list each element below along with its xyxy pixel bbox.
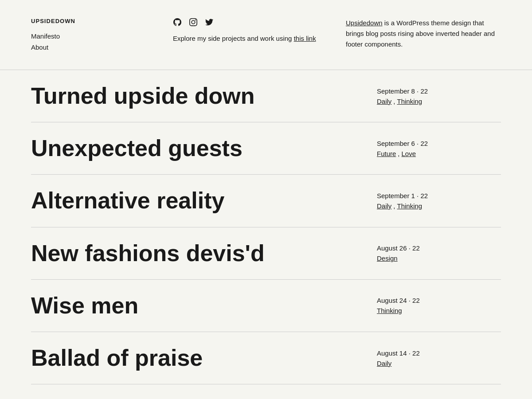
social-icons-row	[173, 18, 328, 27]
post-title[interactable]: Wise men	[31, 293, 359, 318]
post-date: September 6 · 22	[377, 140, 501, 147]
posts-list: Turned upside downSeptember 8 · 22Daily,…	[0, 70, 532, 384]
post-tags: Design	[377, 254, 501, 262]
post-title[interactable]: Turned upside down	[31, 83, 359, 109]
post-tag[interactable]: Daily	[377, 98, 391, 105]
social-text: Explore my side projects and work using …	[173, 34, 328, 44]
post-item: Turned upside downSeptember 8 · 22Daily,…	[31, 70, 501, 122]
post-title[interactable]: Alternative reality	[31, 188, 359, 213]
post-tag[interactable]: Daily	[377, 202, 391, 210]
post-meta: August 14 · 22Daily	[377, 349, 501, 367]
post-tag[interactable]: Love	[402, 150, 416, 157]
post-item: Wise menAugust 24 · 22Thinking	[31, 280, 501, 332]
brand-section: UPSIDEDOWN ManifestoAbout	[31, 18, 155, 52]
main-nav: ManifestoAbout	[31, 31, 155, 52]
post-title[interactable]: Unexpected guests	[31, 136, 359, 161]
site-description-section: Upsidedown is a WordPress theme design t…	[346, 18, 501, 52]
post-meta: August 26 · 22Design	[377, 244, 501, 262]
post-item: Unexpected guestsSeptember 6 · 22Future,…	[31, 122, 501, 175]
post-tags: Daily,Thinking	[377, 98, 501, 105]
post-meta: September 8 · 22Daily,Thinking	[377, 87, 501, 105]
post-title[interactable]: Ballad of praise	[31, 345, 359, 371]
post-meta: September 6 · 22Future,Love	[377, 140, 501, 157]
post-tag[interactable]: Thinking	[397, 202, 422, 210]
post-date: August 24 · 22	[377, 297, 501, 304]
site-description: Upsidedown is a WordPress theme design t…	[346, 18, 501, 50]
tag-separator: ,	[393, 202, 395, 210]
post-tags: Daily,Thinking	[377, 202, 501, 210]
post-tags: Thinking	[377, 307, 501, 314]
site-header: UPSIDEDOWN ManifestoAbout	[0, 0, 532, 70]
post-tag[interactable]: Thinking	[377, 307, 402, 314]
nav-link-about[interactable]: About	[31, 43, 155, 52]
post-item: Alternative realitySeptember 1 · 22Daily…	[31, 175, 501, 227]
post-date: August 14 · 22	[377, 349, 501, 357]
instagram-icon[interactable]	[189, 18, 198, 27]
post-item: New fashions devis'dAugust 26 · 22Design	[31, 227, 501, 280]
post-title[interactable]: New fashions devis'd	[31, 241, 359, 266]
post-tag[interactable]: Thinking	[397, 98, 422, 105]
social-section: Explore my side projects and work using …	[173, 18, 328, 52]
site-name-link[interactable]: Upsidedown	[346, 19, 383, 27]
tag-separator: ,	[398, 150, 399, 157]
github-icon[interactable]	[173, 18, 182, 27]
post-tag[interactable]: Daily	[377, 360, 391, 367]
post-tag[interactable]: Future	[377, 150, 396, 157]
twitter-icon[interactable]	[205, 18, 214, 27]
post-tags: Future,Love	[377, 150, 501, 157]
post-date: September 8 · 22	[377, 87, 501, 95]
post-date: September 1 · 22	[377, 192, 501, 200]
site-title: UPSIDEDOWN	[31, 18, 155, 24]
post-item: Ballad of praiseAugust 14 · 22Daily	[31, 332, 501, 384]
post-date: August 26 · 22	[377, 244, 501, 252]
post-meta: August 24 · 22Thinking	[377, 297, 501, 314]
nav-link-manifesto[interactable]: Manifesto	[31, 31, 155, 41]
tag-separator: ,	[393, 98, 395, 105]
post-meta: September 1 · 22Daily,Thinking	[377, 192, 501, 210]
explore-link[interactable]: this link	[294, 35, 316, 42]
post-tags: Daily	[377, 360, 501, 367]
post-tag[interactable]: Design	[377, 254, 398, 262]
